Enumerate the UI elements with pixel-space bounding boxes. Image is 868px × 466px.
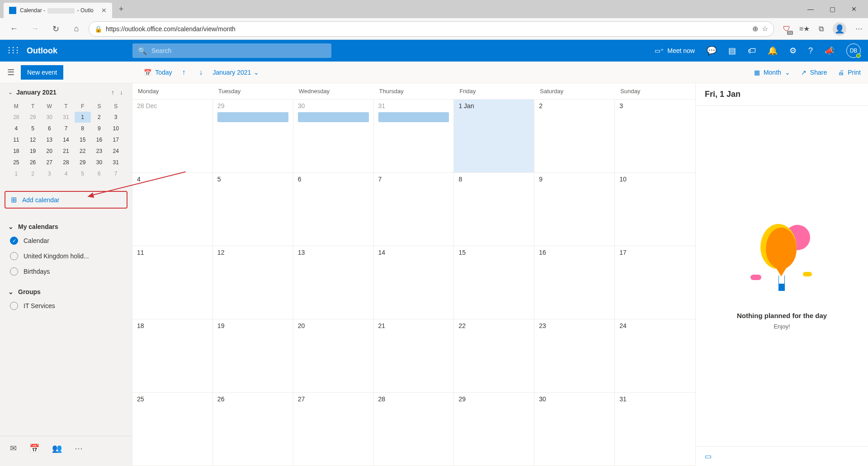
mini-cal-day[interactable]: 18	[8, 146, 24, 157]
day-cell[interactable]: 1 Jan	[454, 100, 534, 172]
calendar-checkbox[interactable]	[10, 237, 18, 245]
mini-cal-day[interactable]: 7	[58, 123, 74, 134]
calendar-item[interactable]: United Kingdom holid...	[8, 248, 124, 264]
agenda-view-icon[interactable]: ▭	[705, 452, 712, 460]
day-cell[interactable]: 3	[615, 100, 695, 172]
day-cell[interactable]: 21	[374, 319, 454, 392]
settings-icon[interactable]: ⚙	[789, 46, 797, 56]
day-cell[interactable]: 19	[213, 319, 293, 392]
teams-chat-icon[interactable]: 💬	[707, 46, 717, 56]
my-day-icon[interactable]: ▤	[728, 46, 736, 56]
browser-menu-icon[interactable]: ⋯	[855, 24, 863, 33]
mini-cal-day[interactable]: 2	[25, 168, 41, 179]
calendar-module-icon[interactable]: 📅	[29, 443, 39, 453]
search-input[interactable]: 🔍 Search	[132, 43, 331, 58]
mini-cal-day[interactable]: 3	[108, 112, 124, 123]
mini-cal-day[interactable]: 13	[41, 134, 57, 145]
mini-cal-day[interactable]: 29	[75, 157, 91, 168]
day-cell[interactable]: 30	[293, 100, 374, 172]
prev-period-button[interactable]: ↑	[179, 68, 189, 76]
mini-cal-day[interactable]: 31	[58, 112, 74, 123]
calendar-item[interactable]: Birthdays	[8, 264, 124, 279]
mini-cal-day[interactable]: 30	[91, 157, 108, 168]
day-cell[interactable]: 29	[454, 393, 534, 466]
minimize-button[interactable]: —	[800, 2, 821, 16]
account-avatar[interactable]: DB	[846, 43, 861, 58]
collections-icon[interactable]: ⧉	[819, 25, 824, 33]
event-chip[interactable]	[298, 112, 369, 122]
day-cell[interactable]: 11	[132, 246, 213, 319]
calendar-item[interactable]: IT Services	[8, 298, 124, 314]
mini-cal-day[interactable]: 17	[108, 134, 124, 145]
my-calendars-toggle[interactable]: ⌄ My calendars	[8, 220, 124, 233]
mini-cal-day[interactable]: 23	[91, 146, 108, 157]
day-cell[interactable]: 2	[534, 100, 615, 172]
more-modules-icon[interactable]: ⋯	[75, 443, 83, 453]
add-page-icon[interactable]: ⊕	[752, 24, 758, 33]
day-cell[interactable]: 18	[132, 319, 213, 392]
mini-cal-day[interactable]: 22	[75, 146, 91, 157]
tab-close-icon[interactable]: ✕	[101, 7, 107, 14]
notes-icon[interactable]: 🏷	[748, 46, 756, 56]
mini-cal-day[interactable]: 1	[75, 112, 91, 123]
help-icon[interactable]: ?	[808, 46, 813, 56]
close-window-button[interactable]: ✕	[844, 2, 864, 16]
mini-cal-day[interactable]: 30	[41, 112, 57, 123]
mini-cal-next-button[interactable]: ↓	[119, 89, 124, 96]
mini-cal-day[interactable]: 19	[25, 146, 41, 157]
day-cell[interactable]: 8	[454, 173, 534, 246]
mini-cal-day[interactable]: 9	[91, 123, 108, 134]
day-cell[interactable]: 5	[213, 173, 293, 246]
people-module-icon[interactable]: 👥	[52, 443, 62, 453]
meet-now-button[interactable]: ▭⁺ Meet now	[655, 47, 695, 54]
day-cell[interactable]: 29	[213, 100, 293, 172]
day-cell[interactable]: 9	[534, 173, 615, 246]
back-button[interactable]: ←	[5, 20, 23, 38]
mini-cal-day[interactable]: 6	[41, 123, 57, 134]
day-cell[interactable]: 14	[374, 246, 454, 319]
browser-tab[interactable]: Calendar - - Outlo ✕	[4, 3, 112, 18]
month-selector[interactable]: January 2021 ⌄	[213, 69, 259, 76]
hamburger-icon[interactable]: ☰	[7, 67, 14, 77]
mini-cal-day[interactable]: 2	[91, 112, 108, 123]
mini-cal-day[interactable]: 4	[58, 168, 74, 179]
mini-cal-day[interactable]: 28	[8, 112, 24, 123]
mini-cal-day[interactable]: 4	[8, 123, 24, 134]
day-cell[interactable]: 28	[374, 393, 454, 466]
favorites-icon[interactable]: ≡★	[799, 24, 810, 33]
calendar-checkbox[interactable]	[10, 302, 18, 310]
mini-cal-day[interactable]: 29	[25, 112, 41, 123]
mini-cal-day[interactable]: 21	[58, 146, 74, 157]
day-cell[interactable]: 27	[293, 393, 374, 466]
day-cell[interactable]: 23	[534, 319, 615, 392]
mini-cal-day[interactable]: 24	[108, 146, 124, 157]
home-button[interactable]: ⌂	[68, 20, 85, 38]
new-tab-button[interactable]: +	[114, 2, 128, 16]
event-chip[interactable]	[217, 112, 288, 122]
browser-profile-icon[interactable]: 👤	[833, 22, 846, 36]
day-cell[interactable]: 10	[615, 173, 695, 246]
mini-cal-day[interactable]: 5	[75, 168, 91, 179]
day-cell[interactable]: 30	[534, 393, 615, 466]
day-cell[interactable]: 16	[534, 246, 615, 319]
next-period-button[interactable]: ↓	[196, 68, 207, 76]
day-cell[interactable]: 17	[615, 246, 695, 319]
day-cell[interactable]: 31	[374, 100, 454, 172]
mini-cal-day[interactable]: 15	[75, 134, 91, 145]
day-cell[interactable]: 6	[293, 173, 374, 246]
day-cell[interactable]: 25	[132, 393, 213, 466]
mini-cal-day[interactable]: 1	[8, 168, 24, 179]
view-selector[interactable]: ▦ Month ⌄	[754, 69, 790, 76]
refresh-button[interactable]: ↻	[47, 20, 64, 38]
day-cell[interactable]: 20	[293, 319, 374, 392]
url-input[interactable]: 🔒 https://outlook.office.com/calendar/vi…	[89, 21, 774, 37]
notifications-icon[interactable]: 🔔	[768, 46, 778, 56]
day-cell[interactable]: 31	[615, 393, 695, 466]
day-cell[interactable]: 26	[213, 393, 293, 466]
calendar-item[interactable]: Calendar	[8, 233, 124, 248]
day-cell[interactable]: 22	[454, 319, 534, 392]
mini-cal-prev-button[interactable]: ↑	[110, 89, 115, 96]
mini-cal-day[interactable]: 7	[108, 168, 124, 179]
mini-cal-day[interactable]: 11	[8, 134, 24, 145]
favorite-icon[interactable]: ☆	[762, 24, 768, 33]
